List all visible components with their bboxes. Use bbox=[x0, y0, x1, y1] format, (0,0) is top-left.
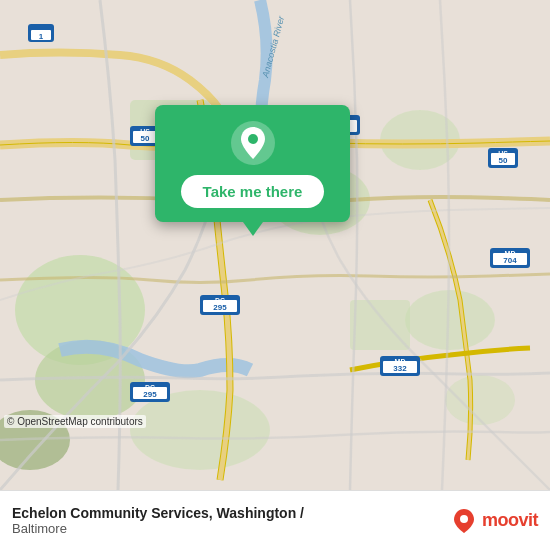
svg-point-7 bbox=[445, 375, 515, 425]
location-name: Echelon Community Services, Washington / bbox=[12, 505, 304, 521]
svg-text:50: 50 bbox=[141, 134, 150, 143]
svg-text:704: 704 bbox=[503, 256, 517, 265]
svg-rect-8 bbox=[350, 300, 410, 350]
location-pin-icon bbox=[231, 121, 275, 165]
location-region: Baltimore bbox=[12, 521, 304, 536]
map-container: US 1 US 50 US 50 DC 295 DC 295 MD 704 MD… bbox=[0, 0, 550, 490]
svg-point-46 bbox=[460, 515, 468, 523]
take-me-there-button[interactable]: Take me there bbox=[181, 175, 325, 208]
map-popup: Take me there bbox=[155, 105, 350, 222]
svg-point-45 bbox=[248, 134, 258, 144]
moovit-logo: moovit bbox=[450, 507, 538, 535]
svg-text:1: 1 bbox=[39, 32, 44, 41]
svg-point-6 bbox=[405, 290, 495, 350]
bottom-bar: Echelon Community Services, Washington /… bbox=[0, 490, 550, 550]
moovit-pin-icon bbox=[450, 507, 478, 535]
svg-text:50: 50 bbox=[499, 156, 508, 165]
location-info: Echelon Community Services, Washington /… bbox=[12, 505, 304, 536]
svg-text:295: 295 bbox=[143, 390, 157, 399]
svg-text:332: 332 bbox=[393, 364, 407, 373]
map-attribution: © OpenStreetMap contributors bbox=[4, 415, 146, 428]
svg-text:295: 295 bbox=[213, 303, 227, 312]
moovit-brand-text: moovit bbox=[482, 510, 538, 531]
